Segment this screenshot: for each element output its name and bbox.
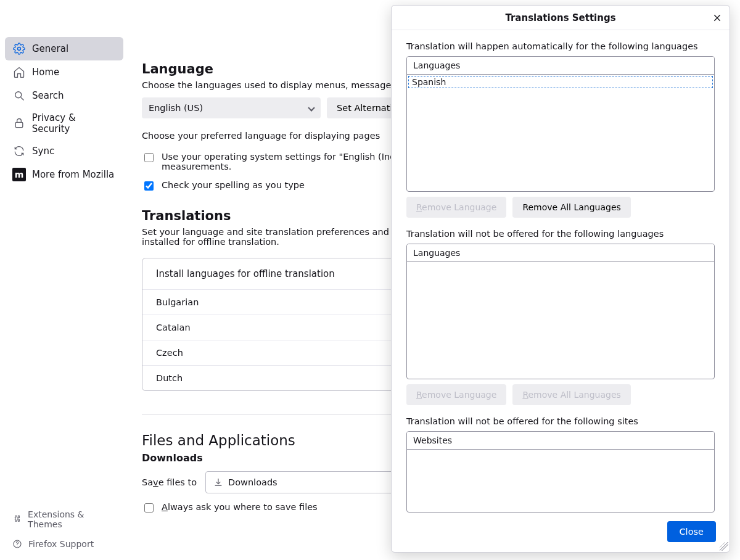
chevron-down-icon xyxy=(308,104,314,111)
svg-line-2 xyxy=(21,97,24,101)
sidebar-link-label: Firefox Support xyxy=(28,539,94,549)
remove-all-languages-button[interactable]: Remove All Languages xyxy=(512,197,630,218)
sync-icon xyxy=(12,144,26,158)
sidebar-item-privacy[interactable]: Privacy & Security xyxy=(5,107,123,139)
not-offered-sites-label: Translation will not be offered for the … xyxy=(406,416,715,426)
auto-translate-listbox[interactable]: Languages Spanish xyxy=(406,56,715,192)
sidebar-item-label: Search xyxy=(32,90,64,101)
spellcheck-label: Check your spelling as you type xyxy=(162,180,305,190)
puzzle-icon xyxy=(12,514,22,524)
offline-language-name: Czech xyxy=(156,348,183,358)
use-os-settings-checkbox[interactable] xyxy=(144,153,154,162)
dialog-title: Translations Settings xyxy=(505,12,615,23)
sidebar-item-label: General xyxy=(32,43,68,54)
svg-point-1 xyxy=(15,92,22,98)
sidebar-item-search[interactable]: Search xyxy=(5,84,123,107)
not-offered-sites-listbox[interactable]: Websites xyxy=(406,431,715,513)
close-icon xyxy=(712,13,722,23)
sidebar-item-label: More from Mozilla xyxy=(32,169,114,180)
sidebar-item-label: Sync xyxy=(32,146,54,157)
svg-rect-3 xyxy=(15,122,23,127)
sidebar-link-support[interactable]: Firefox Support xyxy=(5,535,123,553)
gear-icon xyxy=(12,42,26,56)
dialog-header: Translations Settings xyxy=(392,6,730,30)
offline-language-name: Bulgarian xyxy=(156,297,199,307)
lock-icon xyxy=(12,117,26,130)
downloads-path-value: Downloads xyxy=(228,477,278,487)
sidebar-item-label: Home xyxy=(32,67,59,78)
search-icon xyxy=(12,89,26,102)
sidebar-item-home[interactable]: Home xyxy=(5,60,123,84)
offline-language-name: Dutch xyxy=(156,373,183,383)
svg-point-5 xyxy=(17,546,17,546)
select-value: English (US) xyxy=(149,103,203,113)
translations-settings-dialog: Translations Settings Translation will h… xyxy=(391,5,730,553)
always-ask-label: Always ask you where to save files xyxy=(162,502,318,512)
sidebar-item-sync[interactable]: Sync xyxy=(5,139,123,163)
listbox-header: Languages xyxy=(407,244,714,262)
listbox-header: Websites xyxy=(407,432,714,450)
sidebar-link-label: Extensions & Themes xyxy=(28,509,116,529)
listbox-item[interactable]: Spanish xyxy=(407,75,714,89)
mozilla-icon: m xyxy=(12,168,26,181)
resize-grip[interactable] xyxy=(720,542,728,551)
auto-translate-label: Translation will happen automatically fo… xyxy=(406,41,715,51)
remove-language-button[interactable]: Remove Language xyxy=(406,197,506,218)
sidebar-item-general[interactable]: General xyxy=(5,37,123,60)
home-icon xyxy=(12,65,26,79)
remove-all-languages-button[interactable]: Remove All Languages xyxy=(512,384,630,405)
settings-sidebar: General Home Search Privacy & Security S… xyxy=(0,0,128,560)
sidebar-link-extensions[interactable]: Extensions & Themes xyxy=(5,506,123,533)
not-offered-lang-label: Translation will not be offered for the … xyxy=(406,229,715,239)
sidebar-item-more-mozilla[interactable]: m More from Mozilla xyxy=(5,163,123,186)
download-icon xyxy=(213,477,223,487)
help-icon xyxy=(12,539,22,549)
always-ask-checkbox[interactable] xyxy=(144,503,154,513)
remove-language-button[interactable]: Remove Language xyxy=(406,384,506,405)
sidebar-item-label: Privacy & Security xyxy=(32,112,116,134)
use-os-settings-label: Use your operating system settings for "… xyxy=(162,152,429,171)
save-files-to-label: Save files to xyxy=(142,477,197,487)
display-language-select[interactable]: English (US) xyxy=(142,97,321,118)
svg-point-0 xyxy=(18,47,21,51)
not-offered-lang-listbox[interactable]: Languages xyxy=(406,244,715,379)
dialog-close-button[interactable] xyxy=(709,9,726,27)
dialog-footer: Close xyxy=(392,515,730,552)
spellcheck-checkbox[interactable] xyxy=(144,181,154,191)
dialog-close-primary-button[interactable]: Close xyxy=(667,521,717,542)
offline-language-name: Catalan xyxy=(156,323,191,332)
listbox-header: Languages xyxy=(407,57,714,75)
